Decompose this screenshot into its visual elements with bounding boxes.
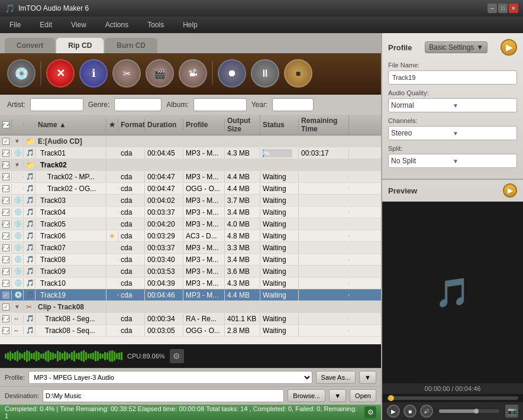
volume-button[interactable]: 🔊 <box>420 405 433 418</box>
save-as-dropdown-button[interactable]: ▼ <box>359 371 376 384</box>
menu-tools[interactable]: Tools <box>143 18 169 31</box>
browse-button[interactable]: Browse... <box>288 389 325 402</box>
row-check[interactable]: ✓ <box>0 279 12 288</box>
table-row[interactable]: ✓ 💿 🎵 Track05 cda 00:04:20 MP3 - M... 4.… <box>0 218 381 230</box>
menu-file[interactable]: File <box>5 18 25 31</box>
row-check[interactable]: ✓ <box>0 255 12 264</box>
row-check[interactable]: ✓ <box>0 184 12 193</box>
filename-input[interactable] <box>388 70 517 85</box>
stop-button[interactable]: ■ <box>284 59 312 88</box>
row-check[interactable]: ✓ <box>0 172 12 182</box>
row-check[interactable]: ✓ <box>0 326 12 335</box>
save-as-button[interactable]: Save As... <box>316 371 356 384</box>
destination-input[interactable] <box>43 389 284 402</box>
album-input[interactable] <box>193 98 247 111</box>
tab-convert[interactable]: Convert <box>5 38 55 53</box>
basic-settings-button[interactable]: Basic Settings ▼ <box>425 41 488 53</box>
menu-help[interactable]: Help <box>178 18 202 31</box>
waveform-bar <box>38 352 40 360</box>
menu-view[interactable]: View <box>66 18 91 31</box>
seek-handle[interactable] <box>388 395 394 401</box>
profile-next-button[interactable]: ▶ <box>501 39 517 56</box>
pause-button[interactable]: ⏸ <box>251 59 279 88</box>
artist-input[interactable] <box>30 98 83 111</box>
open-button[interactable]: Open <box>350 389 376 402</box>
status-settings-button[interactable]: ⚙ <box>364 406 376 418</box>
cd-load-button[interactable]: 💿 <box>7 59 35 88</box>
row-profile: MP3 - M... <box>183 219 225 230</box>
row-check[interactable]: ✓ <box>0 219 12 229</box>
table-row[interactable]: ✓ ▪▪ 🎵 Track08 - Seg... cda 00:00:34 RA … <box>0 313 381 325</box>
row-check[interactable]: ✓ <box>0 314 12 324</box>
menu-actions[interactable]: Actions <box>101 18 133 31</box>
row-expand-icon[interactable]: ▼ <box>12 302 24 311</box>
row-format: cda <box>118 172 145 182</box>
waveform-settings-button[interactable]: ⚙ <box>170 349 184 363</box>
table-row[interactable]: ✓ 💿 🎵 Track10 cda 00:04:39 MP3 - M... 4.… <box>0 277 381 289</box>
genre-input[interactable] <box>114 98 162 111</box>
table-row[interactable]: ✓ 💿 🎵 Track04 cda 00:03:37 MP3 - M... 3.… <box>0 206 381 218</box>
row-file-icon: 🎵 <box>24 290 35 300</box>
row-check[interactable]: ✓ <box>0 231 12 241</box>
row-check[interactable]: ✓ <box>0 290 12 300</box>
maximize-button[interactable]: □ <box>498 4 508 13</box>
close-button[interactable]: ✕ <box>509 4 518 13</box>
row-expand-icon[interactable]: ▼ <box>12 160 24 169</box>
row-check[interactable]: ✓ <box>0 267 12 276</box>
row-expand-icon[interactable]: ▼ <box>12 137 24 146</box>
year-input[interactable] <box>272 98 314 111</box>
table-row[interactable]: ✓ 💿 🎵 Track19 cda 00:04:46 MP3 - M... 4.… <box>0 289 381 301</box>
tab-rip-cd[interactable]: Rip CD <box>56 38 104 53</box>
row-file-icon: 🎵 <box>24 183 35 193</box>
volume-handle[interactable] <box>474 409 479 413</box>
row-check[interactable]: ✓ <box>0 243 12 253</box>
film-button[interactable]: 🎬 <box>146 59 174 88</box>
profile-select[interactable]: MP3 - MPEG Layer-3 Audio <box>28 371 312 384</box>
table-row[interactable]: ✓ 💿 🎵 Track07 cda 00:03:37 MP3 - M... 3.… <box>0 242 381 254</box>
row-format <box>118 306 145 308</box>
browse-dropdown-button[interactable]: ▼ <box>329 389 346 402</box>
row-check[interactable]: ✓ <box>0 208 12 217</box>
table-row[interactable]: ✓ 🎵 Track02 - OG... cda 00:04:47 OGG - O… <box>0 183 381 195</box>
menu-edit[interactable]: Edit <box>35 18 57 31</box>
preview-next-button[interactable]: ▶ <box>503 183 517 198</box>
table-row[interactable]: ✓ ▼ 📁 Track02 <box>0 159 381 171</box>
delete-button[interactable]: ✕ <box>46 59 75 88</box>
cut-button[interactable]: ✂ <box>112 59 141 88</box>
channels-select[interactable]: Stereo ▼ <box>388 126 517 140</box>
table-row[interactable]: ✓ 💿 🎵 Track01 cda 00:04:45 MP3 - M... 4.… <box>0 147 381 159</box>
minimize-button[interactable]: – <box>488 4 497 13</box>
row-size: 4.0 MB <box>225 219 260 230</box>
film2-button[interactable]: 📽 <box>179 59 207 88</box>
table-row[interactable]: ✓ 💿 🎵 Track09 cda 00:03:53 MP3 - M... 3.… <box>0 266 381 277</box>
th-name[interactable]: Name ▲ <box>35 119 106 131</box>
row-check[interactable]: ✓ <box>0 160 12 170</box>
row-check[interactable]: ✓ <box>0 196 12 205</box>
seek-track[interactable] <box>387 396 518 400</box>
stop-preview-button[interactable]: ■ <box>403 405 417 418</box>
table-row[interactable]: ✓ 🎵 Track02 - MP... cda 00:04:47 MP3 - M… <box>0 171 381 183</box>
row-size: 4.4 MB <box>225 183 260 194</box>
table-row[interactable]: ✓ ▼ ✂ Clip - Track08 <box>0 301 381 313</box>
row-star[interactable]: ★ <box>106 231 118 241</box>
snapshot-button[interactable]: 📷 <box>505 405 518 418</box>
row-file-icon: 🎵 <box>24 314 35 324</box>
volume-slider[interactable] <box>439 409 499 413</box>
row-remaining <box>299 247 349 249</box>
row-check[interactable]: ✓ <box>0 148 12 158</box>
info-button[interactable]: ℹ <box>79 59 108 88</box>
split-select[interactable]: No Split ▼ <box>388 154 517 168</box>
row-remaining <box>299 318 349 320</box>
table-row[interactable]: ✓ 💿 🎵 Track03 cda 00:04:02 MP3 - M... 3.… <box>0 195 381 206</box>
table-row[interactable]: ✓ 💿 🎵 Track06 ★ cda 00:03:29 AC3 - D... … <box>0 230 381 242</box>
table-row[interactable]: ✓ ▼ 📁 E:[Audio CD] <box>0 135 381 147</box>
table-row[interactable]: ✓ 💿 🎵 Track08 cda 00:03:40 MP3 - M... 3.… <box>0 254 381 266</box>
tab-burn-cd[interactable]: Burn CD <box>105 38 157 53</box>
disc-button[interactable]: ⏺ <box>218 59 246 88</box>
quality-select[interactable]: Normal ▼ <box>388 98 517 112</box>
table-row[interactable]: ✓ ▪▪ 🎵 Track08 - Seq... cda 00:03:05 OGG… <box>0 325 381 337</box>
row-format: cda <box>118 231 145 241</box>
play-button[interactable]: ▶ <box>387 405 400 418</box>
row-profile <box>183 306 225 308</box>
preview-seek-bar[interactable] <box>382 394 523 402</box>
